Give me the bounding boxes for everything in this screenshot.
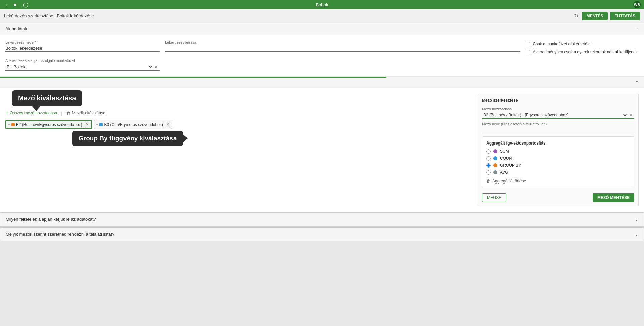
field-tag-b2-close[interactable]: ✕: [85, 122, 89, 127]
mezo-neve-input[interactable]: [482, 127, 634, 133]
aggregat-group-by[interactable]: GROUP BY: [486, 163, 630, 168]
lekerdezes-neve-input[interactable]: [5, 45, 160, 52]
titlebar-right: WB: [633, 1, 641, 8]
mezo-hozzaadasa-select[interactable]: B2 (Bolt név / Boltok) - [Egysoros szöve…: [482, 112, 628, 118]
fields-collapse-icon: ⌃: [635, 80, 639, 85]
field-tag-b2[interactable]: ≡ B2 (Bolt név/Egysoros szövegdoboz) ✕: [5, 120, 92, 129]
toolbar: Lekérdezés szerkesztése : Boltok lekérde…: [0, 9, 644, 23]
progress-bar: [0, 77, 386, 78]
trash-icon: 🗑: [66, 111, 70, 116]
rendezes-collapse-icon: ⌄: [635, 232, 638, 237]
lekerdezes-neve-group: Lekérdezés neve *: [5, 40, 160, 52]
mezo-hozzaadasa-label: Mező hozzáadása: [482, 107, 634, 111]
mezo-neve-group: Mező neve (üres esetén a feülletről jon): [482, 122, 634, 133]
alapadatok-section: Alapadatok ⌃ Lekérdezés neve * Lekérdezé…: [0, 23, 644, 76]
mezo-panel: Mező szerkesztése Mező hozzáadása B2 (Bo…: [478, 94, 639, 206]
fields-header[interactable]: ⌃: [0, 77, 644, 88]
field-tag-b3[interactable]: ≡ B3 (Cím/Egysoros szövegdoboz) ✕: [94, 120, 172, 129]
lekerdezes-leiras-input[interactable]: [165, 45, 520, 52]
sum-label: SUM: [500, 149, 509, 154]
alapadatok-header[interactable]: Alapadatok ⌃: [0, 23, 644, 35]
b2-color-dot: [11, 123, 15, 126]
fields-section: ⌃ Mező kiválasztása + Összes mező hozzáa…: [0, 77, 644, 212]
checkbox2-item[interactable]: Az eredményben csak a gyerek rekordok ad…: [526, 50, 639, 54]
alapadatok-collapse-icon: ⌃: [635, 27, 639, 31]
feltetelek-header[interactable]: Milyen feltételek alapján kérjük le az a…: [0, 213, 644, 226]
checkbox2[interactable]: [526, 50, 530, 54]
futtatas-button[interactable]: FUTTATÁS: [610, 12, 640, 20]
avg-dot: [493, 170, 497, 174]
add-field-button[interactable]: + Összes mező hozzáadása: [5, 110, 57, 116]
checkbox1[interactable]: [526, 42, 530, 46]
lekerdezes-leiras-label: Lekérdezés leírása: [165, 40, 520, 44]
aggregat-avg[interactable]: AVG: [486, 170, 630, 175]
checkbox2-label: Az eredményben csak a gyerek rekordok ad…: [533, 50, 639, 54]
count-label: COUNT: [500, 156, 514, 161]
form-row-2: A lekérdezés alapjául szolgáló munkafüze…: [5, 58, 639, 71]
aggregat-popup: Aggregált fgv-ek/csoportosítás SUM COUNT: [482, 136, 634, 188]
mezo-neve-label: Mező neve (üres esetén a feülletről jon): [482, 122, 634, 126]
breadcrumb: Lekérdezés szerkesztése : Boltok lekérde…: [4, 13, 94, 18]
history-button[interactable]: ◯: [21, 1, 31, 8]
toolbar-actions: ↻ MENTÉS FUTTATÁS: [573, 11, 640, 21]
mezo-hozzaadasa-select-wrapper[interactable]: B2 (Bolt név / Boltok) - [Egysoros szöve…: [482, 112, 634, 119]
mezo-hozzaadasa-clear[interactable]: ✕: [628, 112, 634, 118]
user-badge: WB: [633, 1, 641, 8]
count-dot: [493, 156, 497, 160]
mezo-hozzaadasa-group: Mező hozzáadása B2 (Bolt név / Boltok) -…: [482, 107, 634, 119]
titlebar-left: ‹ ■ ◯: [3, 1, 31, 8]
alapadatok-title: Alapadatok: [5, 26, 27, 31]
main-content: Alapadatok ⌃ Lekérdezés neve * Lekérdezé…: [0, 23, 644, 326]
field-tag-b3-close[interactable]: ✕: [166, 122, 170, 127]
munkafuzet-select-wrapper[interactable]: B - Boltok ✕: [5, 63, 160, 71]
feltetelek-label: Milyen feltételek alapján kérjük le az a…: [6, 217, 96, 222]
aggregat-count[interactable]: COUNT: [486, 156, 630, 161]
group-by-tooltip: Group By függvény kiválasztása: [72, 131, 183, 146]
drag-handle-b3: ≡: [96, 123, 98, 126]
field-tag-b3-label: B3 (Cím/Egysoros szövegdoboz): [104, 122, 163, 127]
aggregat-title: Aggregált fgv-ek/csoportosítás: [486, 141, 630, 146]
lekerdezes-leiras-group: Lekérdezés leírása: [165, 40, 520, 52]
sum-dot: [493, 149, 497, 153]
aggregat-group-by-radio[interactable]: [486, 163, 491, 168]
aggregat-count-radio[interactable]: [486, 156, 491, 161]
munkafuzet-group: A lekérdezés alapjául szolgáló munkafüze…: [5, 58, 160, 71]
rendezes-section: Melyik mezők szerint szeretnéd rendezni …: [0, 227, 644, 241]
app-title: Boltok: [316, 2, 328, 7]
mezo-mentes-button[interactable]: MEZŐ MENTÉSE: [593, 193, 634, 202]
titlebar: ‹ ■ ◯ Boltok WB: [0, 0, 644, 9]
fields-content: Mező kiválasztása + Összes mező hozzáadá…: [0, 88, 644, 212]
aggregat-avg-radio[interactable]: [486, 170, 491, 175]
aggregat-delete[interactable]: 🗑 Aggregáció törlése: [486, 177, 630, 184]
group-by-label: GROUP BY: [500, 163, 521, 168]
rendezes-header[interactable]: Melyik mezők szerint szeretnéd rendezni …: [0, 228, 644, 241]
munkafuzet-select[interactable]: B - Boltok: [5, 63, 153, 70]
field-actions: + Összes mező hozzáadása | 🗑 Mezők eltáv…: [5, 110, 472, 116]
alapadatok-content: Lekérdezés neve * Lekérdezés leírása Csa…: [0, 35, 644, 76]
mentes-button[interactable]: MENTÉS: [582, 12, 608, 20]
feltetelek-collapse-icon: ⌄: [635, 217, 638, 222]
remove-fields-button[interactable]: 🗑 Mezők eltávolítása: [66, 111, 105, 116]
megse-button[interactable]: MEGSE: [482, 193, 506, 202]
aggregat-sum[interactable]: SUM: [486, 149, 630, 154]
checkbox1-item[interactable]: Csak a munkafüzet alól érhető el: [526, 42, 639, 46]
panel-buttons: MEGSE MEZŐ MENTÉSE: [482, 193, 634, 202]
feltetelek-section: Milyen feltételek alapján kérjük le az a…: [0, 212, 644, 227]
checkbox1-label: Csak a munkafüzet alól érhető el: [533, 42, 591, 46]
back-button[interactable]: ‹: [3, 1, 9, 8]
mezo-panel-title: Mező szerkesztése: [482, 98, 634, 103]
rendezes-label: Melyik mezők szerint szeretnéd rendezni …: [6, 232, 114, 237]
fields-right: Mező szerkesztése Mező hozzáadása B2 (Bo…: [478, 94, 639, 206]
munkafuzet-clear-button[interactable]: ✕: [153, 64, 160, 70]
refresh-button[interactable]: ↻: [573, 11, 580, 21]
checkbox-row: Csak a munkafüzet alól érhető el Az ered…: [526, 42, 639, 54]
grid-button[interactable]: ■: [12, 1, 18, 8]
drag-handle-b2: ≡: [8, 123, 10, 126]
delete-icon: 🗑: [486, 179, 490, 184]
avg-label: AVG: [500, 170, 508, 175]
lekerdezes-neve-label: Lekérdezés neve *: [5, 40, 160, 44]
fields-left: Mező kiválasztása + Összes mező hozzáadá…: [5, 94, 472, 206]
aggregat-sum-radio[interactable]: [486, 149, 491, 154]
mezo-kivalasztasa-tooltip: Mező kiválasztása: [12, 90, 82, 106]
callout-arrow-right: [183, 134, 188, 142]
